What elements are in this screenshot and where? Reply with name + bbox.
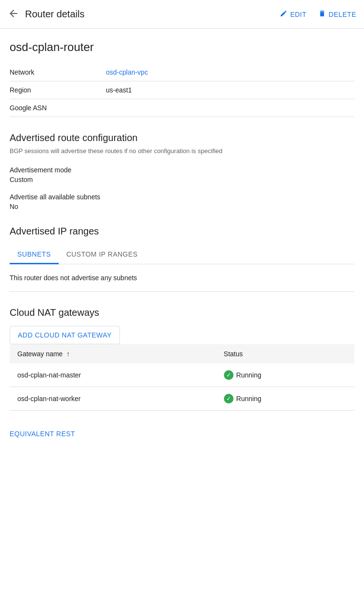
status-text: Running — [236, 371, 261, 379]
nat-table-row: osd-cplan-nat-worker✓Running — [10, 387, 354, 411]
status-running-indicator: ✓Running — [224, 370, 347, 380]
status-text: Running — [236, 395, 261, 402]
cloud-nat-title: Cloud NAT gateways — [10, 307, 354, 318]
advertised-routes-title: Advertised route configuration — [10, 132, 354, 143]
router-name: osd-cplan-router — [10, 40, 354, 54]
nat-table-row: osd-cplan-nat-master✓Running — [10, 363, 354, 387]
edit-button[interactable]: EDIT — [280, 10, 307, 19]
back-button[interactable] — [8, 8, 19, 21]
running-status-icon: ✓ — [224, 394, 234, 403]
edit-icon — [280, 10, 287, 19]
equivalent-rest-link[interactable]: EQUIVALENT REST — [10, 430, 75, 438]
tab-subnets[interactable]: SUBNETS — [10, 245, 59, 264]
router-info-table: Network osd-cplan-vpc Region us-east1 Go… — [10, 64, 354, 117]
cloud-nat-section: Cloud NAT gateways ADD CLOUD NAT GATEWAY… — [10, 307, 354, 411]
page-header: Router details EDIT DELETE — [0, 0, 364, 29]
gateway-name-cell: osd-cplan-nat-master — [10, 363, 216, 387]
network-label: Network — [10, 64, 106, 81]
advertisement-mode-label: Advertisement mode — [10, 166, 354, 174]
running-status-icon: ✓ — [224, 370, 234, 380]
main-content: osd-cplan-router Network osd-cplan-vpc R… — [0, 29, 364, 457]
advertisement-mode-group: Advertisement mode Custom — [10, 166, 354, 183]
equivalent-rest-section: EQUIVALENT REST — [10, 422, 354, 445]
table-row: Network osd-cplan-vpc — [10, 64, 354, 81]
gateway-name-column-header: Gateway name ↑ — [10, 344, 216, 363]
status-column-header: Status — [216, 344, 354, 363]
advertised-ip-section: Advertised IP ranges SUBNETS CUSTOM IP R… — [10, 226, 354, 292]
advertised-ip-title: Advertised IP ranges — [10, 226, 354, 237]
add-cloud-nat-gateway-button[interactable]: ADD CLOUD NAT GATEWAY — [10, 326, 120, 344]
delete-icon — [318, 10, 326, 19]
gateway-name-cell: osd-cplan-nat-worker — [10, 387, 216, 411]
nat-gateway-table: Gateway name ↑ Status osd-cplan-nat-mast… — [10, 344, 354, 411]
advertise-subnets-value: No — [10, 203, 354, 210]
table-row: Google ASN — [10, 99, 354, 117]
subnets-empty-message: This router does not advertise any subne… — [10, 274, 137, 282]
ip-ranges-tabs: SUBNETS CUSTOM IP RANGES — [10, 245, 354, 264]
advertise-subnets-group: Advertise all available subnets No — [10, 193, 354, 210]
header-actions: EDIT DELETE — [280, 10, 356, 19]
gateway-status-cell: ✓Running — [216, 363, 354, 387]
sort-icon: ↑ — [66, 350, 70, 358]
google-asn-label: Google ASN — [10, 99, 106, 117]
page-container: Router details EDIT DELETE — [0, 0, 364, 457]
region-value: us-east1 — [106, 81, 354, 99]
delete-button[interactable]: DELETE — [318, 10, 356, 19]
advertise-subnets-label: Advertise all available subnets — [10, 193, 354, 201]
advertised-routes-section: Advertised route configuration BGP sessi… — [10, 132, 354, 210]
advertised-routes-desc: BGP sessions will advertise these routes… — [10, 147, 354, 155]
delete-label: DELETE — [329, 11, 356, 18]
region-label: Region — [10, 81, 106, 99]
status-running-indicator: ✓Running — [224, 394, 347, 403]
advertisement-mode-value: Custom — [10, 176, 354, 183]
nat-table-header-row: Gateway name ↑ Status — [10, 344, 354, 363]
network-value-link[interactable]: osd-cplan-vpc — [106, 68, 148, 76]
google-asn-value — [106, 99, 354, 117]
subnets-tab-content: This router does not advertise any subne… — [10, 264, 354, 292]
tab-custom-ip-ranges[interactable]: CUSTOM IP RANGES — [59, 245, 145, 264]
gateway-status-cell: ✓Running — [216, 387, 354, 411]
edit-label: EDIT — [290, 11, 307, 18]
table-row: Region us-east1 — [10, 81, 354, 99]
page-title: Router details — [25, 9, 280, 20]
